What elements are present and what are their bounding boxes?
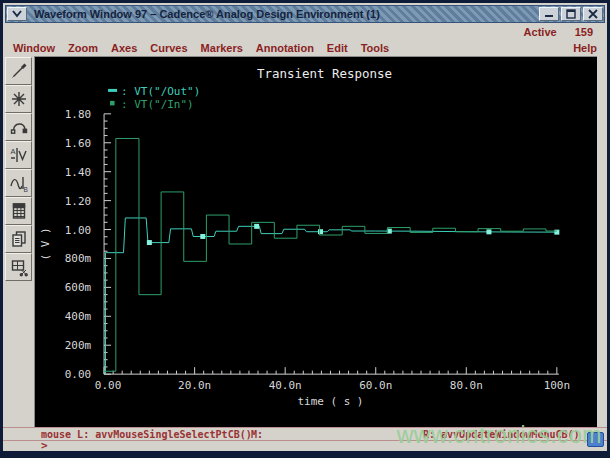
- svg-text:100n: 100n: [544, 379, 570, 392]
- svg-text:0.00: 0.00: [95, 379, 121, 392]
- svg-text:80.0n: 80.0n: [450, 379, 483, 392]
- window-title: Waveform Window 97 – Cadence® Analog Des…: [34, 8, 538, 20]
- svg-text:time ( s ): time ( s ): [297, 395, 363, 408]
- waveform-window: Waveform Window 97 – Cadence® Analog Des…: [0, 0, 610, 458]
- svg-text:1.40: 1.40: [65, 166, 91, 179]
- close-button[interactable]: [583, 7, 603, 21]
- menu-item-edit[interactable]: Edit: [327, 42, 348, 54]
- marker-a-tool-button[interactable]: A: [5, 141, 32, 169]
- svg-text:1.20: 1.20: [65, 195, 91, 208]
- menu-item-axes[interactable]: Axes: [111, 42, 137, 54]
- minimize-icon: [543, 9, 555, 19]
- calculator-tool-button[interactable]: [5, 197, 32, 225]
- svg-text:20.0n: 20.0n: [178, 379, 211, 392]
- maximize-button[interactable]: [561, 7, 581, 21]
- svg-text:A: A: [10, 147, 15, 156]
- plot-canvas[interactable]: 0.0020.0n40.0n60.0n80.0n100n0.00200m400m…: [34, 56, 597, 427]
- menu-items: WindowZoomAxesCurvesMarkersAnnotationEdi…: [13, 42, 389, 54]
- svg-text:: VT("/Out"): : VT("/Out"): [121, 85, 200, 98]
- window-cut-icon: [9, 257, 29, 277]
- marker-b-icon: B: [9, 173, 29, 193]
- pen-tool-button[interactable]: [5, 57, 32, 85]
- cut-tool-button[interactable]: [5, 253, 32, 281]
- status-mouse-left: mouse L: avvMouseSingleSelectPtCB(): [41, 429, 252, 440]
- menu-item-tools[interactable]: Tools: [361, 42, 390, 54]
- svg-text:60.0n: 60.0n: [359, 379, 392, 392]
- titlebar: Waveform Window 97 – Cadence® Analog Des…: [5, 5, 605, 23]
- menu-item-annotation[interactable]: Annotation: [256, 42, 314, 54]
- close-icon: [587, 9, 599, 19]
- svg-text:1.60: 1.60: [65, 137, 91, 150]
- watermark: www.cntronics.com: [397, 422, 602, 449]
- svg-text:Transient Response: Transient Response: [257, 66, 392, 81]
- menu-item-markers[interactable]: Markers: [201, 42, 243, 54]
- main-area: A B: [3, 56, 607, 427]
- marker-a-icon: A: [9, 145, 29, 165]
- svg-text:400m: 400m: [65, 310, 92, 323]
- pen-icon: [9, 61, 29, 81]
- maximize-icon: [565, 9, 577, 19]
- marker-b-tool-button[interactable]: B: [5, 169, 32, 197]
- refresh-tool-button[interactable]: [5, 85, 32, 113]
- svg-text:200m: 200m: [65, 339, 92, 352]
- active-row: Active 159: [3, 25, 607, 39]
- copy-page-icon: [9, 229, 29, 249]
- svg-text:B: B: [23, 186, 27, 193]
- menu-item-zoom[interactable]: Zoom: [68, 42, 98, 54]
- svg-text:40.0n: 40.0n: [269, 379, 302, 392]
- menu-item-help[interactable]: Help: [573, 42, 597, 54]
- svg-text:600m: 600m: [65, 281, 92, 294]
- arc-handles-icon: [9, 117, 29, 137]
- copy-tool-button[interactable]: [5, 225, 32, 253]
- svg-text:( V ): ( V ): [39, 227, 52, 260]
- minimize-button[interactable]: [539, 7, 559, 21]
- calculator-icon: [9, 201, 29, 221]
- svg-text:1.80: 1.80: [65, 108, 91, 121]
- svg-text:: VT("/In"): : VT("/In"): [121, 98, 194, 111]
- asterisk-burst-icon: [9, 89, 29, 109]
- toolbar: A B: [3, 56, 34, 427]
- menu-item-curves[interactable]: Curves: [150, 42, 187, 54]
- window-menu-button[interactable]: [7, 7, 27, 21]
- status-mouse-middle: M:: [251, 429, 263, 440]
- curve-tool-button[interactable]: [5, 113, 32, 141]
- svg-text:800m: 800m: [65, 252, 92, 265]
- svg-text:0.00: 0.00: [65, 368, 91, 381]
- prompt-symbol: >: [41, 439, 48, 452]
- active-label: Active: [524, 26, 557, 38]
- menubar: WindowZoomAxesCurvesMarkersAnnotationEdi…: [3, 39, 607, 56]
- active-value: 159: [575, 26, 593, 38]
- menu-item-window[interactable]: Window: [13, 42, 55, 54]
- chevron-down-icon: [11, 9, 23, 19]
- svg-text:1.00: 1.00: [65, 224, 91, 237]
